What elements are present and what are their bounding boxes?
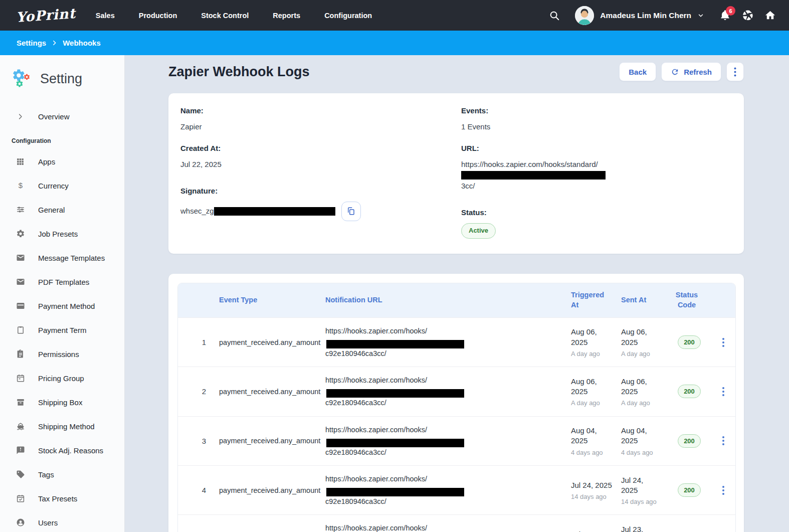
page-actions-kebab[interactable] bbox=[726, 62, 744, 81]
col-notification-url: Notification URL bbox=[325, 295, 571, 305]
redacted-url bbox=[326, 340, 464, 348]
row-index: 2 bbox=[178, 387, 219, 396]
relative-time: A day ago bbox=[571, 399, 617, 407]
signature-label: Signature: bbox=[180, 187, 461, 195]
webhook-logs-card: Event Type Notification URL Triggered At… bbox=[168, 274, 744, 532]
main-nav: Sales Production Stock Control Reports C… bbox=[96, 12, 372, 20]
tags-icon bbox=[16, 470, 25, 479]
date-line: 2025 bbox=[571, 387, 617, 397]
sidebar-item-payment-method[interactable]: Payment Method bbox=[0, 294, 124, 318]
url-value: https://hooks.zapier.com/hooks/standard/… bbox=[461, 159, 729, 192]
table-row: 5 payment_received.any_amount https://ho… bbox=[178, 514, 735, 532]
shipping-box-icon bbox=[16, 398, 25, 407]
sidebar-item-stock-adj-reasons[interactable]: Stock Adj. Reasons bbox=[0, 438, 124, 462]
chevron-right-icon bbox=[16, 112, 25, 121]
home-icon[interactable] bbox=[764, 10, 776, 21]
back-button[interactable]: Back bbox=[619, 62, 656, 81]
row-actions-kebab[interactable] bbox=[717, 432, 729, 449]
payment-method-icon bbox=[16, 301, 25, 311]
currency-icon: $ bbox=[16, 181, 25, 191]
notification-url-cell: https://hooks.zapier.com/hooks/ c92e1809… bbox=[325, 375, 571, 408]
nav-item-production[interactable]: Production bbox=[139, 12, 177, 20]
nav-item-reports[interactable]: Reports bbox=[273, 12, 300, 20]
main-content: Zapier Webhook Logs Back Refresh bbox=[125, 55, 789, 532]
sidebar-item-tags[interactable]: Tags bbox=[0, 462, 124, 486]
date-line: 2025 bbox=[571, 436, 617, 446]
payment-term-icon bbox=[16, 325, 25, 335]
settings-sidebar: Setting Overview Configuration Apps $ Cu… bbox=[0, 55, 125, 532]
nav-item-sales[interactable]: Sales bbox=[96, 12, 115, 20]
date-line: 2025 bbox=[621, 337, 663, 347]
status-code-cell: 200 bbox=[667, 434, 711, 448]
col-sent-at: Sent At bbox=[621, 295, 667, 305]
sidebar-item-payment-term[interactable]: Payment Term bbox=[0, 318, 124, 342]
row-index: 1 bbox=[178, 338, 219, 346]
notification-url-cell: https://hooks.zapier.com/hooks/ c92e1809… bbox=[325, 473, 571, 507]
date-line: Aug 06, bbox=[571, 377, 617, 387]
webhook-details-card: Name: Zapier Created At: Jul 22, 2025 Si… bbox=[168, 93, 744, 254]
triggered-at-cell: Aug 06,2025A day ago bbox=[571, 377, 621, 407]
search-icon[interactable] bbox=[549, 10, 560, 21]
triggered-at-cell: Jul 24, 202514 days ago bbox=[571, 480, 621, 500]
col-triggered-at: Triggered At bbox=[571, 290, 607, 310]
breadcrumb-webhooks[interactable]: Webhooks bbox=[63, 39, 101, 47]
user-name: Amadeus Lim Min Chern bbox=[600, 11, 691, 20]
date-line: Aug 06, bbox=[621, 327, 663, 337]
relative-time: A day ago bbox=[621, 399, 663, 407]
sidebar-item-shipping-method[interactable]: Shipping Method bbox=[0, 414, 124, 438]
redacted-url bbox=[326, 389, 464, 398]
status-code-cell: 200 bbox=[667, 385, 711, 398]
notification-url-cell: https://hooks.zapier.com/hooks/ c92e1809… bbox=[325, 325, 571, 359]
tax-presets-icon bbox=[16, 494, 25, 503]
apps-icon bbox=[16, 157, 25, 166]
table-row: 4 payment_received.any_amount https://ho… bbox=[178, 465, 735, 514]
user-menu[interactable]: Amadeus Lim Min Chern bbox=[575, 6, 704, 25]
permissions-icon bbox=[16, 349, 25, 359]
col-event-type: Event Type bbox=[219, 295, 325, 305]
redacted-signature bbox=[214, 207, 335, 216]
event-type-cell: payment_received.any_amount bbox=[219, 437, 325, 445]
sidebar-item-users[interactable]: Users bbox=[0, 510, 124, 532]
date-line: Jul 23, 2025 bbox=[571, 529, 617, 532]
sidebar-item-general[interactable]: General bbox=[0, 198, 124, 222]
aperture-icon[interactable] bbox=[742, 10, 753, 21]
refresh-button[interactable]: Refresh bbox=[661, 62, 721, 81]
redacted-url bbox=[461, 171, 606, 180]
status-badge: Active bbox=[461, 223, 496, 239]
table-header: Event Type Notification URL Triggered At… bbox=[178, 283, 735, 317]
relative-time: 14 days ago bbox=[621, 498, 663, 505]
sidebar-item-permissions[interactable]: Permissions bbox=[0, 342, 124, 366]
copy-signature-button[interactable] bbox=[341, 202, 361, 221]
row-actions-kebab[interactable] bbox=[717, 334, 729, 351]
sidebar-item-overview[interactable]: Overview bbox=[0, 104, 124, 128]
sidebar-title: Setting bbox=[40, 71, 82, 87]
notification-url-cell: https://hooks.zapier.com/hooks/ c92e1809… bbox=[325, 424, 571, 458]
event-type-cell: payment_received.any_amount bbox=[219, 486, 325, 494]
sent-at-cell: Aug 06,2025A day ago bbox=[621, 327, 667, 358]
sidebar-item-job-presets[interactable]: Job Presets bbox=[0, 222, 124, 246]
yoprint-logo[interactable]: YoPrint bbox=[16, 6, 76, 25]
settings-gears-icon bbox=[11, 68, 34, 89]
redacted-url bbox=[326, 439, 464, 447]
sidebar-item-shipping-box[interactable]: Shipping Box bbox=[0, 390, 124, 414]
date-line: Jul 24, 2025 bbox=[571, 480, 617, 490]
sidebar-item-apps[interactable]: Apps bbox=[0, 149, 124, 173]
sidebar-item-pdf-templates[interactable]: PDF Templates bbox=[0, 270, 124, 294]
row-actions-kebab[interactable] bbox=[717, 482, 729, 499]
breadcrumb-settings[interactable]: Settings bbox=[17, 39, 46, 47]
row-index: 4 bbox=[178, 486, 219, 494]
nav-item-stock-control[interactable]: Stock Control bbox=[201, 12, 249, 20]
page-title: Zapier Webhook Logs bbox=[168, 64, 310, 80]
sidebar-item-tax-presets[interactable]: Tax Presets bbox=[0, 486, 124, 510]
date-line: Aug 04, bbox=[621, 426, 663, 436]
sidebar-item-pricing-group[interactable]: Pricing Group bbox=[0, 366, 124, 390]
refresh-icon bbox=[671, 68, 679, 76]
name-value: Zapier bbox=[180, 121, 461, 132]
nav-item-configuration[interactable]: Configuration bbox=[324, 12, 372, 20]
shipping-method-icon bbox=[16, 422, 25, 431]
row-actions-kebab[interactable] bbox=[717, 383, 729, 400]
chevron-right-icon bbox=[51, 40, 58, 46]
sidebar-item-message-templates[interactable]: Message Templates bbox=[0, 246, 124, 270]
sidebar-item-currency[interactable]: $ Currency bbox=[0, 173, 124, 198]
notifications-bell-icon[interactable]: 6 bbox=[719, 10, 731, 21]
